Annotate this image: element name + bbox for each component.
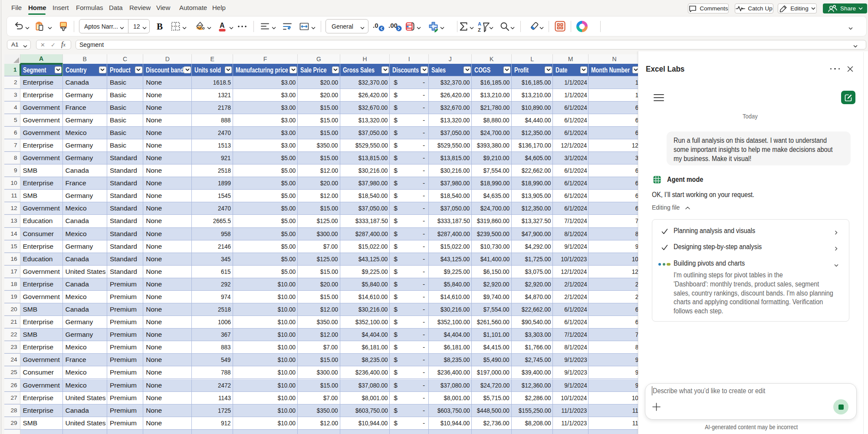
svg-text:B: B — [157, 21, 163, 32]
svg-text:.0: .0 — [373, 22, 378, 29]
svg-text:A: A — [478, 21, 481, 26]
svg-text:A: A — [220, 22, 225, 29]
svg-text:Z: Z — [478, 27, 481, 33]
